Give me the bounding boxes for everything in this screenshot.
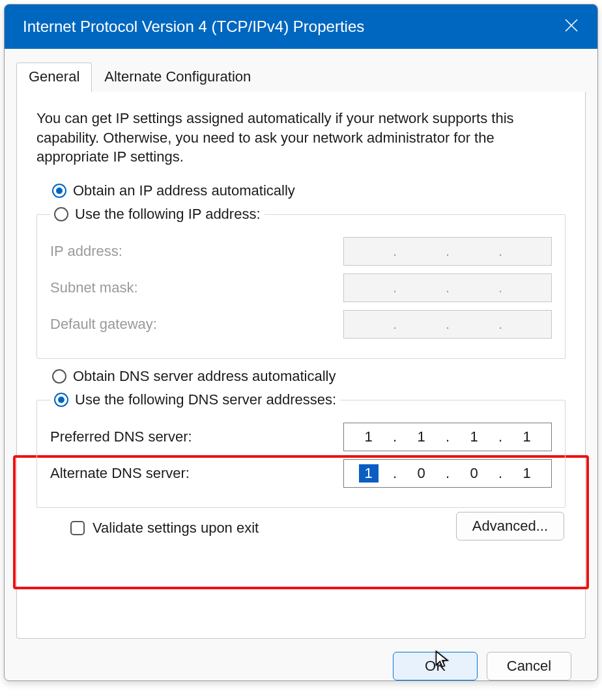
advanced-button[interactable]: Advanced... — [456, 512, 564, 540]
use-dns-radio[interactable]: Use the following DNS server addresses: — [50, 391, 340, 408]
obtain-ip-auto-radio[interactable]: Obtain an IP address automatically — [52, 182, 566, 199]
use-dns-label: Use the following DNS server addresses: — [75, 391, 336, 408]
validate-settings-label: Validate settings upon exit — [93, 520, 259, 537]
dialog-footer: OK Cancel — [16, 639, 586, 680]
obtain-dns-auto-label: Obtain DNS server address automatically — [73, 368, 336, 385]
subnet-mask-label: Subnet mask: — [50, 279, 138, 296]
tab-alternate-configuration[interactable]: Alternate Configuration — [92, 63, 263, 92]
use-ip-label: Use the following IP address: — [75, 206, 261, 223]
titlebar: Internet Protocol Version 4 (TCP/IPv4) P… — [5, 5, 597, 49]
ip-address-input: . . . — [343, 237, 552, 266]
alternate-dns-label: Alternate DNS server: — [50, 465, 190, 482]
preferred-dns-label: Preferred DNS server: — [50, 428, 192, 445]
radio-icon — [54, 207, 68, 221]
close-icon[interactable] — [564, 18, 579, 36]
ip-address-label: IP address: — [50, 243, 122, 260]
cancel-button[interactable]: Cancel — [487, 652, 571, 680]
obtain-dns-auto-radio[interactable]: Obtain DNS server address automatically — [52, 368, 566, 385]
subnet-mask-input: . . . — [343, 273, 552, 302]
checkbox-icon — [70, 521, 85, 535]
tab-panel-general: You can get IP settings assigned automat… — [16, 92, 586, 639]
default-gateway-label: Default gateway: — [50, 316, 157, 333]
tab-general[interactable]: General — [16, 63, 92, 92]
alternate-dns-input[interactable]: 1. 0. 0. 1 — [343, 459, 552, 488]
window-title: Internet Protocol Version 4 (TCP/IPv4) P… — [23, 18, 364, 36]
ok-button[interactable]: OK — [393, 652, 478, 680]
description-text: You can get IP settings assigned automat… — [36, 109, 566, 167]
preferred-dns-input[interactable]: 1. 1. 1. 1 — [343, 423, 552, 451]
radio-icon — [52, 369, 66, 384]
use-dns-group: Use the following DNS server addresses: … — [36, 391, 566, 508]
ipv4-properties-dialog: Internet Protocol Version 4 (TCP/IPv4) P… — [4, 4, 598, 681]
default-gateway-input: . . . — [343, 310, 552, 339]
tab-strip: General Alternate Configuration — [16, 62, 586, 92]
radio-icon — [54, 393, 68, 407]
use-ip-group: Use the following IP address: IP address… — [36, 206, 566, 359]
obtain-ip-auto-label: Obtain an IP address automatically — [73, 182, 295, 199]
radio-icon — [52, 184, 66, 198]
use-ip-radio[interactable]: Use the following IP address: — [50, 206, 265, 223]
